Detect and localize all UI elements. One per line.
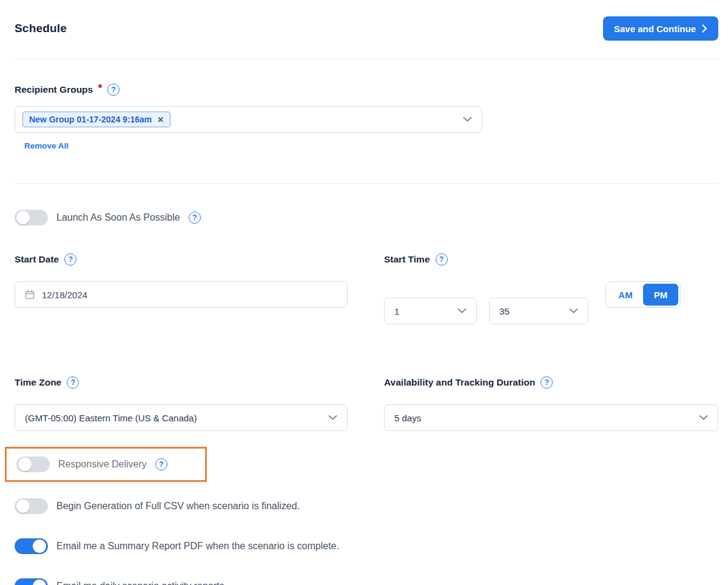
toggle-knob: [16, 500, 30, 513]
meridiem-toggle-group: AM PM: [605, 281, 681, 308]
recipient-groups-select[interactable]: New Group 01-17-2024 9:16am ✕: [15, 106, 482, 133]
start-time-label: Start Time: [384, 254, 430, 265]
responsive-delivery-toggle[interactable]: [16, 456, 50, 472]
date-time-grid: Start Date ? 12/18/2024 Start Time ?: [15, 254, 718, 431]
start-date-value: 12/18/2024: [42, 290, 87, 300]
responsive-delivery-label: Responsive Delivery: [58, 459, 147, 470]
start-time-controls: 1 35 AM PM: [384, 281, 718, 324]
time-zone-cell: Time Zone ? (GMT-05:00) Eastern Time (US…: [15, 377, 348, 431]
chevron-right-icon: [702, 24, 707, 33]
time-zone-select[interactable]: (GMT-05:00) Eastern Time (US & Canada): [15, 404, 348, 431]
hour-select[interactable]: 1: [384, 298, 477, 324]
recipient-groups-help-icon[interactable]: ?: [107, 84, 120, 96]
calendar-icon: [25, 290, 35, 299]
tag-remove-icon[interactable]: ✕: [157, 116, 164, 124]
section-divider: [15, 183, 718, 184]
duration-select[interactable]: 5 days: [384, 404, 718, 431]
time-zone-value: (GMT-05:00) Eastern Time (US & Canada): [25, 413, 197, 423]
page-header: Schedule Save and Continue: [15, 0, 718, 41]
launch-asap-toggle[interactable]: [15, 210, 48, 226]
minute-value: 35: [499, 306, 510, 316]
daily-reports-toggle-row: Email me daily scenario activity reports…: [15, 578, 718, 585]
time-zone-label: Time Zone: [15, 377, 61, 388]
start-date-label-row: Start Date ?: [15, 254, 348, 265]
recipient-groups-label: Recipient Groups: [15, 84, 93, 95]
start-time-cell: Start Time ? 1 35 AM PM: [384, 254, 718, 324]
start-date-label: Start Date: [15, 254, 59, 265]
save-and-continue-button[interactable]: Save and Continue: [603, 16, 718, 41]
summary-report-toggle[interactable]: [15, 538, 48, 554]
schedule-page: Schedule Save and Continue Recipient Gro…: [0, 0, 728, 585]
duration-help-icon[interactable]: ?: [541, 376, 553, 389]
summary-report-toggle-label: Email me a Summary Report PDF when the s…: [56, 541, 339, 552]
header-divider: [15, 59, 718, 59]
toggle-knob: [33, 540, 46, 553]
start-date-cell: Start Date ? 12/18/2024: [15, 254, 348, 324]
responsive-delivery-help-icon[interactable]: ?: [155, 458, 167, 470]
start-time-help-icon[interactable]: ?: [436, 253, 448, 266]
recipient-groups-label-row: Recipient Groups ?: [15, 84, 718, 96]
time-zone-label-row: Time Zone ?: [15, 377, 348, 388]
required-dot-icon: [98, 84, 102, 88]
responsive-delivery-highlight: Responsive Delivery ?: [5, 447, 207, 482]
chevron-down-icon: [463, 117, 472, 122]
time-zone-help-icon[interactable]: ?: [67, 376, 79, 389]
start-date-input[interactable]: 12/18/2024: [15, 281, 348, 308]
duration-label-row: Availability and Tracking Duration ?: [384, 377, 718, 388]
toggle-knob: [18, 458, 32, 471]
chevron-down-icon: [569, 309, 578, 314]
launch-toggle-row: Launch As Soon As Possible ?: [15, 210, 718, 226]
start-date-help-icon[interactable]: ?: [64, 253, 76, 266]
summary-report-toggle-row: Email me a Summary Report PDF when the s…: [15, 538, 718, 554]
chevron-down-icon: [457, 309, 467, 314]
responsive-delivery-row: Responsive Delivery ?: [16, 456, 167, 472]
duration-cell: Availability and Tracking Duration ? 5 d…: [384, 377, 718, 431]
toggle-knob: [16, 211, 30, 224]
recipient-group-tag[interactable]: New Group 01-17-2024 9:16am ✕: [22, 112, 170, 127]
csv-toggle-label: Begin Generation of Full CSV when scenar…: [56, 501, 300, 512]
launch-help-icon[interactable]: ?: [189, 212, 201, 224]
start-time-label-row: Start Time ?: [384, 254, 718, 265]
launch-toggle-label: Launch As Soon As Possible: [56, 212, 180, 223]
page-title: Schedule: [15, 22, 67, 35]
remove-all-link[interactable]: Remove All: [24, 141, 69, 150]
daily-reports-toggle[interactable]: [15, 578, 48, 585]
pm-button[interactable]: PM: [643, 284, 678, 306]
am-button[interactable]: AM: [608, 284, 643, 306]
chevron-down-icon: [328, 415, 337, 421]
recipient-group-tag-label: New Group 01-17-2024 9:16am: [29, 115, 152, 124]
minute-select[interactable]: 35: [489, 298, 588, 324]
hour-value: 1: [394, 306, 399, 316]
csv-generation-toggle[interactable]: [15, 498, 48, 514]
csv-toggle-row: Begin Generation of Full CSV when scenar…: [15, 498, 718, 514]
daily-reports-toggle-label: Email me daily scenario activity reports…: [56, 581, 227, 585]
duration-label: Availability and Tracking Duration: [384, 377, 535, 388]
duration-value: 5 days: [394, 413, 421, 423]
save-button-label: Save and Continue: [614, 24, 696, 34]
toggle-knob: [33, 580, 46, 585]
chevron-down-icon: [699, 415, 708, 421]
